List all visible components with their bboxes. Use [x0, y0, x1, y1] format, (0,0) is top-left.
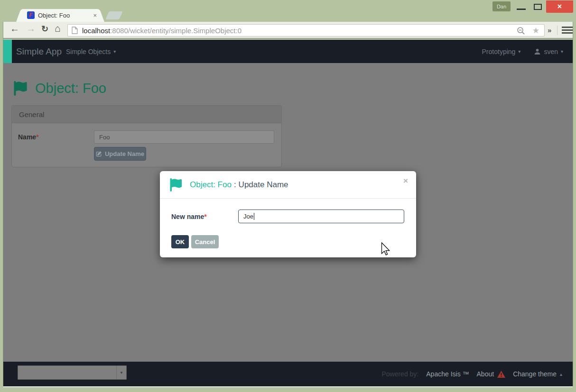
- tab-favicon-icon: F: [27, 11, 35, 19]
- new-name-field-label: New name*: [171, 213, 238, 220]
- chevron-up-icon: ▴: [560, 372, 562, 377]
- edit-pencil-icon: [96, 151, 102, 157]
- app-navbar: Simple App Simple Objects ▾ Prototyping …: [3, 40, 573, 63]
- change-theme-label: Change theme: [513, 370, 557, 378]
- page-document-icon: [72, 27, 78, 34]
- chevron-down-icon: ▾: [518, 49, 520, 54]
- url-bar[interactable]: localhost:8080/wicket/entity/simple.Simp…: [67, 24, 545, 36]
- theme-select[interactable]: ▼: [18, 365, 127, 380]
- powered-by-label: Powered by:: [381, 370, 418, 378]
- back-icon[interactable]: ←: [10, 23, 19, 34]
- browser-toolbar: ← → ↻ ⌂ localhost:8080/wicket/entity/sim…: [3, 22, 573, 39]
- extensions-overflow-icon[interactable]: »: [548, 26, 551, 34]
- dialog-entity-title: Object: Foo: [190, 180, 232, 189]
- update-name-label: Update Name: [105, 150, 144, 157]
- desktop-screen: Dan × F Object: Foo × ← → ↻ ⌂ localhost:…: [0, 0, 576, 392]
- panel-body: Name* Update Name: [12, 123, 281, 167]
- new-tab-button[interactable]: [105, 11, 123, 19]
- zoom-out-icon[interactable]: [517, 27, 525, 35]
- user-menu[interactable]: sven ▾: [534, 48, 563, 55]
- new-name-value: Joe: [243, 213, 253, 220]
- close-icon[interactable]: ×: [403, 176, 408, 186]
- dialog-title-separator: :: [234, 180, 236, 189]
- window-frame-right: [573, 22, 573, 386]
- dialog-action-title: Update Name: [239, 180, 288, 189]
- page-title: Object: Foo: [13, 81, 106, 96]
- change-theme-link[interactable]: Change theme ▴: [513, 370, 562, 378]
- chevron-down-icon: ▾: [561, 49, 563, 54]
- name-input[interactable]: [94, 130, 274, 144]
- select-dropdown-arrow-icon[interactable]: ▼: [116, 366, 126, 379]
- browser-tab[interactable]: F Object: Foo ×: [23, 9, 98, 22]
- brand-accent-bar: [3, 40, 12, 63]
- home-icon[interactable]: ⌂: [55, 23, 61, 34]
- toolbar-separator: [557, 26, 557, 35]
- flag-icon: [169, 178, 184, 191]
- cancel-button[interactable]: Cancel: [191, 235, 219, 248]
- page-title-text: Object: Foo: [35, 81, 106, 96]
- warning-triangle-icon: [497, 371, 505, 378]
- user-name-label: sven: [544, 48, 558, 55]
- window-maximize-button[interactable]: [534, 4, 542, 10]
- text-caret: [254, 213, 254, 220]
- dialog-header: Object: Foo:Update Name ×: [160, 171, 416, 199]
- menu-simple-objects-label: Simple Objects: [66, 48, 111, 55]
- chevron-down-icon: ▾: [113, 49, 116, 54]
- app-brand[interactable]: Simple App: [16, 40, 62, 63]
- general-panel: General Name* Update Name: [11, 105, 282, 167]
- required-mark: *: [204, 213, 206, 220]
- reload-icon[interactable]: ↻: [41, 24, 48, 34]
- dialog-body: New name* Joe OK Cancel: [160, 199, 416, 248]
- menu-prototyping-label: Prototyping: [482, 48, 516, 55]
- tab-close-icon[interactable]: ×: [93, 12, 97, 19]
- menu-simple-objects[interactable]: Simple Objects ▾: [66, 40, 116, 63]
- window-close-button[interactable]: ×: [546, 0, 573, 13]
- chrome-menu-icon[interactable]: [562, 27, 573, 35]
- apache-isis-link[interactable]: Apache Isis ™: [426, 370, 469, 378]
- bookmark-star-icon[interactable]: ★: [532, 26, 539, 36]
- required-mark: *: [36, 133, 38, 141]
- url-text[interactable]: localhost:8080/wicket/entity/simple.Simp…: [82, 27, 242, 35]
- name-field-label: Name*: [18, 130, 94, 161]
- panel-heading: General: [12, 106, 281, 123]
- window-minimize-button[interactable]: [517, 9, 526, 10]
- footer-links: Powered by: Apache Isis ™ About Change t…: [381, 362, 562, 386]
- about-label: About: [477, 370, 494, 378]
- menu-prototyping[interactable]: Prototyping ▾: [482, 48, 521, 55]
- ok-button[interactable]: OK: [171, 235, 189, 248]
- dialog-title: Object: Foo:Update Name: [190, 180, 288, 190]
- new-name-input[interactable]: Joe: [238, 210, 404, 223]
- update-name-dialog: Object: Foo:Update Name × New name* Joe …: [160, 171, 416, 257]
- user-icon: [534, 48, 541, 55]
- forward-icon[interactable]: →: [26, 23, 36, 34]
- url-path: :8080/wicket/entity/simple.SimpleObject:…: [110, 27, 242, 35]
- navbar-right: Prototyping ▾ sven ▾: [482, 40, 563, 63]
- about-link[interactable]: About: [477, 370, 506, 378]
- flag-icon: [13, 81, 29, 96]
- window-frame-bottom: [3, 386, 573, 387]
- url-host: localhost: [82, 27, 110, 35]
- tab-title: Object: Foo: [38, 12, 70, 19]
- app-footer: ▼ Powered by: Apache Isis ™ About Change…: [3, 362, 573, 386]
- chrome-profile-badge[interactable]: Dan: [492, 1, 511, 11]
- update-name-button[interactable]: Update Name: [94, 147, 146, 161]
